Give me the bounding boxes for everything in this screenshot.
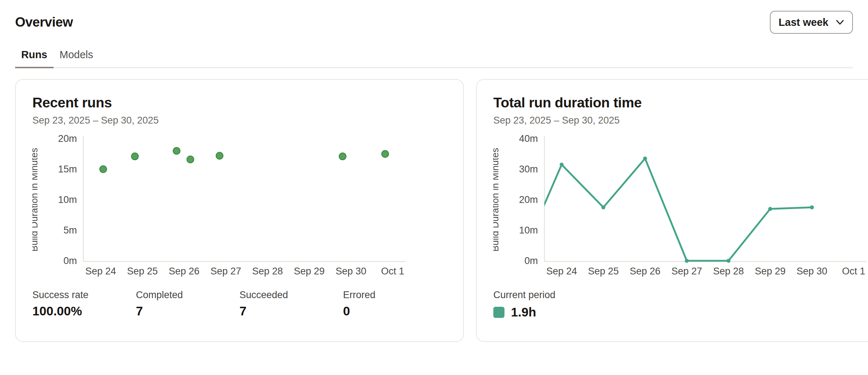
x-tick-label: Oct 1 (381, 266, 405, 277)
x-tick-label: Sep 29 (294, 266, 325, 277)
stat-value: 0 (343, 303, 447, 319)
line-series (518, 157, 814, 263)
x-tick-label: Sep 27 (210, 266, 241, 277)
stat-value: 7 (239, 303, 343, 319)
x-tick-label: Sep 27 (671, 266, 702, 277)
stat-succeeded: Succeeded 7 (239, 289, 343, 319)
tab-models[interactable]: Models (54, 44, 100, 68)
stat-completed: Completed 7 (136, 289, 239, 319)
current-period-legend: Current period 1.9h (493, 289, 868, 320)
stat-success-rate: Success rate 100.00% (32, 289, 136, 319)
y-axis-title: Build Duration in Minutes (493, 148, 501, 251)
x-tick-label: Sep 24 (546, 266, 577, 277)
tab-runs[interactable]: Runs (15, 44, 54, 68)
recent-runs-stats: Success rate 100.00% Completed 7 Succeed… (32, 289, 447, 319)
x-tick-label: Sep 28 (252, 266, 283, 277)
stat-value: 7 (136, 303, 239, 319)
cards-row: Recent runs Sep 23, 2025 – Sep 30, 2025 … (15, 79, 853, 342)
x-tick-label: Sep 30 (335, 266, 366, 277)
x-tick-label: Sep 24 (85, 266, 116, 277)
period-selector-button[interactable]: Last week (770, 11, 853, 34)
recent-runs-card: Recent runs Sep 23, 2025 – Sep 30, 2025 … (15, 79, 464, 342)
y-tick-label: 30m (519, 164, 538, 175)
legend-value: 1.9h (511, 305, 536, 320)
total-run-duration-title: Total run duration time (493, 94, 868, 111)
scatter-series (100, 148, 388, 173)
stat-label: Completed (136, 289, 239, 301)
legend-label: Current period (493, 289, 868, 301)
period-selector-label: Last week (778, 15, 828, 29)
y-tick-label: 10m (58, 194, 77, 205)
x-tick-label: Sep 26 (630, 266, 661, 277)
page-title: Overview (15, 13, 73, 31)
y-tick-label: 40m (519, 135, 538, 144)
tab-bar: Runs Models (15, 44, 853, 68)
y-tick-label: 20m (58, 135, 77, 144)
stat-label: Succeeded (239, 289, 343, 301)
y-tick-label: 15m (58, 164, 77, 175)
x-tick-label: Sep 25 (127, 266, 158, 277)
y-tick-label: 0m (63, 255, 77, 266)
total-run-duration-line-chart: 0m10m20m30m40mSep 24Sep 25Sep 26Sep 27Se… (493, 135, 868, 282)
total-run-duration-date-range: Sep 23, 2025 – Sep 30, 2025 (493, 114, 868, 126)
recent-runs-date-range: Sep 23, 2025 – Sep 30, 2025 (32, 114, 447, 126)
total-run-duration-card: Total run duration time Sep 23, 2025 – S… (476, 79, 868, 342)
stat-label: Errored (343, 289, 447, 301)
x-tick-label: Oct 1 (842, 266, 865, 277)
legend-swatch (493, 307, 504, 318)
stat-errored: Errored 0 (343, 289, 447, 319)
chart-axes (544, 136, 867, 261)
chevron-down-icon (836, 19, 844, 25)
stat-value: 100.00% (32, 303, 136, 319)
y-axis-title: Build Duration in Minutes (32, 148, 40, 251)
page-header: Overview Last week (15, 11, 853, 34)
y-tick-label: 0m (524, 255, 538, 266)
stat-label: Success rate (32, 289, 136, 301)
y-tick-label: 5m (63, 225, 77, 236)
x-tick-label: Sep 25 (588, 266, 619, 277)
x-tick-label: Sep 30 (796, 266, 827, 277)
x-tick-label: Sep 28 (713, 266, 744, 277)
y-tick-label: 20m (519, 194, 538, 205)
legend-row: 1.9h (493, 305, 868, 320)
x-tick-label: Sep 26 (169, 266, 200, 277)
overview-page: Overview Last week Runs Models Recent ru… (0, 11, 868, 342)
recent-runs-title: Recent runs (32, 94, 447, 111)
x-tick-label: Sep 29 (755, 266, 786, 277)
y-tick-label: 10m (519, 225, 538, 236)
recent-runs-scatter-chart: 0m5m10m15m20mSep 24Sep 25Sep 26Sep 27Sep… (32, 135, 411, 282)
